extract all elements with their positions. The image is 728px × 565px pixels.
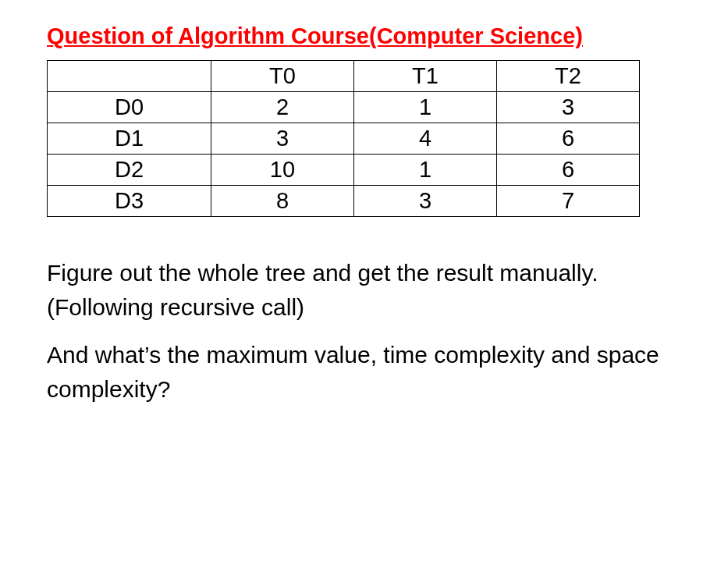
data-table: T0 T1 T2 D0 2 1 3 D1 3 4 6 D2 10 1 6 D3 … [47, 60, 640, 217]
cell-d1-t2: 6 [497, 123, 640, 155]
table-header-row: T0 T1 T2 [48, 61, 640, 92]
table-row: D0 2 1 3 [48, 92, 640, 123]
header-t1: T1 [354, 61, 497, 92]
row-label-d2: D2 [48, 155, 211, 186]
header-t2: T2 [497, 61, 640, 92]
cell-d3-t2: 7 [497, 186, 640, 217]
table-row: D3 8 3 7 [48, 186, 640, 217]
cell-d3-t1: 3 [354, 186, 497, 217]
header-t0: T0 [211, 61, 354, 92]
cell-d3-t0: 8 [211, 186, 354, 217]
row-label-d1: D1 [48, 123, 211, 155]
cell-d1-t0: 3 [211, 123, 354, 155]
paragraph-2: And what’s the maximum value, time compl… [47, 338, 681, 406]
cell-d2-t0: 10 [211, 155, 354, 186]
cell-d0-t2: 3 [497, 92, 640, 123]
table-row: D1 3 4 6 [48, 123, 640, 155]
cell-d2-t1: 1 [354, 155, 497, 186]
paragraph-1: Figure out the whole tree and get the re… [47, 256, 681, 324]
header-empty [48, 61, 211, 92]
cell-d2-t2: 6 [497, 155, 640, 186]
row-label-d0: D0 [48, 92, 211, 123]
cell-d0-t0: 2 [211, 92, 354, 123]
cell-d1-t1: 4 [354, 123, 497, 155]
question-title: Question of Algorithm Course(Computer Sc… [47, 23, 681, 49]
cell-d0-t1: 1 [354, 92, 497, 123]
row-label-d3: D3 [48, 186, 211, 217]
table-row: D2 10 1 6 [48, 155, 640, 186]
